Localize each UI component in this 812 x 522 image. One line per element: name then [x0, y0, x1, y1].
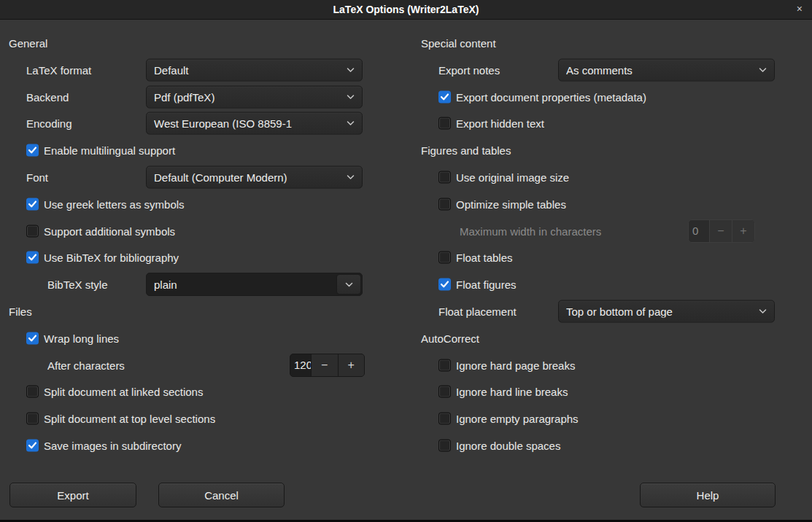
dialog-window: LaTeX Options (Writer2LaTeX) × GeneralLa…: [0, 0, 812, 522]
use-original-image-size-checkbox[interactable]: [438, 171, 451, 183]
field-label: Font: [26, 171, 48, 183]
save-images-in-subdirectory-checkbox[interactable]: [26, 439, 39, 451]
export-hidden-text-checkbox[interactable]: [438, 117, 451, 130]
field-label: Encoding: [26, 117, 72, 130]
row-files: Files: [9, 298, 398, 325]
plus-icon: +: [732, 220, 754, 242]
dropdown-value: As comments: [566, 63, 758, 76]
section-header-figures-and-tables: Figures and tables: [421, 144, 511, 157]
chevron-down-icon: [758, 308, 767, 314]
float-placement-dropdown[interactable]: Top or bottom of page: [558, 300, 775, 322]
check-icon: [440, 93, 449, 101]
row-enable-multilingual-support: Enable multilingual support: [9, 137, 398, 164]
minus-icon[interactable]: −: [311, 354, 338, 376]
ignore-hard-line-breaks-checkbox[interactable]: [438, 386, 451, 398]
chevron-down-icon: [346, 174, 355, 180]
float-figures-checkbox[interactable]: [438, 278, 451, 291]
checkbox-label: Wrap long lines: [44, 332, 119, 344]
row-ignore-empty-paragraphs: Ignore empty paragraphs: [421, 405, 803, 432]
dropdown-value: Default: [154, 63, 346, 76]
dropdown-value: Top or bottom of page: [566, 305, 758, 317]
split-document-at-linked-sections-checkbox[interactable]: [26, 386, 39, 398]
help-button[interactable]: Help: [640, 483, 776, 507]
row-encoding: EncodingWest European (ISO 8859-1: [9, 110, 398, 137]
row-latex-format: LaTeX formatDefault: [9, 56, 398, 83]
checkbox-label: Ignore empty paragraphs: [456, 413, 579, 425]
dropdown-value: West European (ISO 8859-1: [154, 117, 346, 130]
spinner-value: 0: [689, 220, 709, 242]
field-label: BibTeX style: [47, 278, 108, 291]
field-label: LaTeX format: [26, 63, 91, 76]
row-after-characters: After characters120−+: [9, 351, 398, 378]
float-tables-checkbox[interactable]: [438, 252, 451, 264]
encoding-dropdown[interactable]: West European (ISO 8859-1: [146, 112, 363, 135]
combobox-dropdown-button[interactable]: [336, 274, 361, 295]
checkbox-label: Ignore double spaces: [456, 439, 560, 451]
ignore-hard-page-breaks-checkbox[interactable]: [438, 359, 451, 371]
row-autocorrect: AutoCorrect: [421, 324, 803, 351]
checkbox-label: Ignore hard line breaks: [456, 386, 568, 398]
plus-icon[interactable]: +: [338, 354, 365, 376]
row-ignore-hard-line-breaks: Ignore hard line breaks: [421, 378, 803, 405]
chevron-down-icon: [346, 66, 355, 73]
combobox-text-field[interactable]: plain: [147, 273, 336, 295]
row-figures-and-tables: Figures and tables: [421, 137, 803, 164]
checkbox-label: Split document at top level sections: [44, 413, 215, 425]
maximum-width-in-characters-spinner: 0−+: [688, 219, 755, 243]
spinner-value[interactable]: 120: [290, 354, 311, 376]
use-greek-letters-as-symbols-checkbox[interactable]: [26, 198, 39, 210]
row-use-bibtex-for-bibliography: Use BibTeX for bibliography: [9, 244, 398, 271]
row-use-original-image-size: Use original image size: [421, 164, 803, 191]
export-notes-dropdown[interactable]: As comments: [558, 58, 775, 81]
row-optimize-simple-tables: Optimize simple tables: [421, 190, 803, 217]
checkbox-label: Split document at linked sections: [44, 386, 203, 398]
row-support-additional-symbols: Support additional symbols: [9, 217, 398, 244]
field-label: Backend: [26, 90, 69, 103]
check-icon: [28, 334, 37, 342]
check-icon: [440, 281, 449, 289]
checkbox-label: Save images in subdirectory: [44, 439, 181, 451]
general-files-column: GeneralLaTeX formatDefaultBackendPdf (pd…: [9, 30, 398, 459]
split-document-at-top-level-sections-checkbox[interactable]: [26, 413, 39, 425]
row-ignore-double-spaces: Ignore double spaces: [421, 432, 803, 459]
section-header-files: Files: [9, 305, 32, 317]
row-export-hidden-text: Export hidden text: [421, 110, 803, 137]
checkbox-label: Use BibTeX for bibliography: [44, 252, 179, 264]
row-ignore-hard-page-breaks: Ignore hard page breaks: [421, 351, 803, 378]
export-button[interactable]: Export: [9, 483, 136, 507]
check-icon: [28, 441, 37, 449]
dropdown-value: Pdf (pdfTeX): [154, 90, 346, 103]
field-label: Export notes: [438, 63, 500, 76]
enable-multilingual-support-checkbox[interactable]: [26, 144, 39, 157]
backend-dropdown[interactable]: Pdf (pdfTeX): [146, 85, 363, 108]
row-maximum-width-in-characters: Maximum width in characters0−+: [421, 217, 803, 244]
checkbox-label: Float figures: [456, 278, 517, 291]
checkbox-label: Use original image size: [456, 171, 569, 183]
optimize-simple-tables-checkbox[interactable]: [438, 198, 451, 210]
font-dropdown[interactable]: Default (Computer Modern): [146, 165, 363, 188]
row-use-greek-letters-as-symbols: Use greek letters as symbols: [9, 190, 398, 217]
cancel-button[interactable]: Cancel: [158, 483, 285, 507]
use-bibtex-for-bibliography-checkbox[interactable]: [26, 252, 39, 264]
latex-format-dropdown[interactable]: Default: [146, 58, 363, 81]
row-float-placement: Float placementTop or bottom of page: [421, 298, 803, 325]
chevron-down-icon: [344, 281, 354, 288]
section-header-special-content: Special content: [421, 36, 496, 49]
export-document-properties-metadata-checkbox[interactable]: [438, 90, 451, 103]
ignore-empty-paragraphs-checkbox[interactable]: [438, 413, 451, 425]
ignore-double-spaces-checkbox[interactable]: [438, 439, 451, 451]
check-icon: [28, 147, 37, 155]
dropdown-value: Default (Computer Modern): [154, 171, 346, 183]
checkbox-label: Float tables: [456, 252, 513, 264]
row-bibtex-style: BibTeX styleplain: [9, 271, 398, 298]
checkbox-label: Export document properties (metadata): [456, 90, 646, 103]
close-icon[interactable]: ×: [794, 0, 805, 20]
special-content-column: Special contentExport notesAs commentsEx…: [421, 30, 803, 459]
row-backend: BackendPdf (pdfTeX): [9, 83, 398, 110]
wrap-long-lines-checkbox[interactable]: [26, 332, 39, 344]
chevron-down-icon: [758, 66, 767, 73]
row-float-figures: Float figures: [421, 271, 803, 298]
support-additional-symbols-checkbox[interactable]: [26, 225, 39, 237]
minus-icon: −: [709, 220, 732, 242]
window-title: LaTeX Options (Writer2LaTeX): [0, 0, 812, 20]
